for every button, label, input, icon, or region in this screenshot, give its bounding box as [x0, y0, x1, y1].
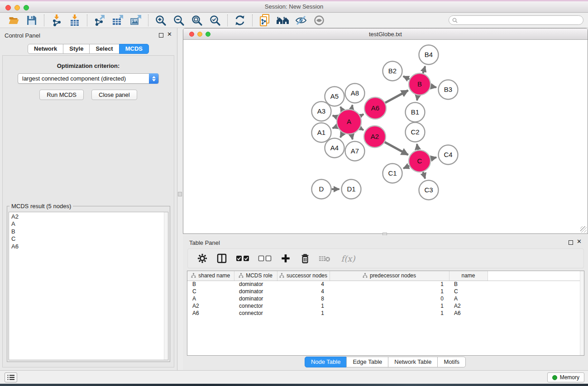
edge-A-A6[interactable]	[360, 114, 363, 116]
node-A[interactable]: A	[337, 110, 361, 134]
maximize-window-icon[interactable]	[24, 5, 29, 10]
export-table-button[interactable]	[109, 14, 127, 27]
table-row[interactable]: A6connector11A6	[187, 310, 584, 317]
edge-A2-C[interactable]	[385, 142, 408, 155]
export-network-button[interactable]	[91, 14, 109, 27]
delete-column-button[interactable]	[298, 252, 312, 265]
close-panel-icon[interactable]: ✕	[577, 238, 582, 245]
node-C4[interactable]: C4	[439, 145, 458, 165]
cell-predecessor-nodes[interactable]: 1	[330, 281, 449, 288]
cell-mcds-role[interactable]: connector	[234, 310, 277, 317]
column-header-shared-name[interactable]: shared name	[187, 271, 234, 281]
zoom-in-button[interactable]	[152, 14, 170, 27]
cell-successor-nodes[interactable]: 1	[277, 302, 330, 310]
export-image-button[interactable]	[127, 14, 145, 27]
new-network-from-selection-button[interactable]	[256, 14, 274, 27]
network-graph[interactable]: B4B2BB3A8A5A6A3B1AC2A1A2A4A7C4CC1C3DD1	[183, 40, 588, 234]
cell-shared-name[interactable]: A	[187, 295, 234, 302]
column-header-mcds-role[interactable]: MCDS role	[234, 271, 277, 281]
edge-A-A7[interactable]	[352, 134, 353, 140]
cell-mcds-role[interactable]: connector	[234, 302, 277, 310]
zoom-fit-button[interactable]	[188, 14, 206, 27]
open-session-button[interactable]	[5, 14, 23, 27]
node-A4[interactable]: A4	[325, 138, 344, 158]
result-item-a6[interactable]: A6	[11, 243, 168, 250]
cell-successor-nodes[interactable]: 8	[277, 295, 330, 302]
minimize-view-icon[interactable]	[197, 32, 202, 37]
edge-C-C3[interactable]	[423, 172, 425, 179]
edge-B-B4[interactable]	[423, 66, 425, 73]
column-header-successor-nodes[interactable]: successor nodes	[277, 271, 330, 281]
result-item-a2[interactable]: A2	[11, 213, 168, 220]
node-A6[interactable]: A6	[364, 97, 386, 119]
node-B3[interactable]: B3	[439, 80, 458, 100]
tab-mcds[interactable]: MCDS	[119, 44, 149, 54]
mcds-result-list[interactable]: A2ABCA6	[9, 212, 168, 360]
minimize-window-icon[interactable]	[14, 5, 20, 10]
node-B2[interactable]: B2	[383, 62, 402, 81]
save-session-button[interactable]	[23, 14, 41, 27]
cell-name[interactable]: A6	[449, 310, 488, 317]
edge-B-B2[interactable]	[403, 76, 410, 80]
node-B4[interactable]: B4	[419, 45, 439, 65]
edge-B-B3[interactable]	[431, 86, 436, 87]
network-window-titlebar[interactable]: testGlobe.txt	[183, 29, 588, 40]
hide-selected-button[interactable]	[292, 14, 310, 27]
search-field[interactable]	[449, 15, 583, 25]
edge-A-A4[interactable]	[340, 133, 343, 138]
scrollbar-track[interactable]	[164, 212, 168, 360]
table-row[interactable]: A2connector11A2	[187, 302, 584, 310]
memory-button[interactable]: Memory	[547, 372, 584, 382]
edge-A-A8[interactable]	[352, 105, 353, 110]
task-history-button[interactable]	[5, 372, 17, 382]
cell-shared-name[interactable]: C	[187, 288, 234, 295]
edge-C-C1[interactable]	[403, 166, 409, 168]
result-item-a[interactable]: A	[11, 220, 168, 228]
node-D[interactable]: D	[312, 180, 331, 199]
column-header-name[interactable]: name	[449, 271, 488, 281]
tab-style[interactable]: Style	[63, 44, 90, 54]
node-A2[interactable]: A2	[364, 126, 386, 148]
show-hidden-button[interactable]	[310, 14, 328, 27]
network-canvas[interactable]: B4B2BB3A8A5A6A3B1AC2A1A2A4A7C4CC1C3DD1	[183, 40, 588, 234]
edge-A-A3[interactable]	[333, 115, 337, 117]
tab-network[interactable]: Network	[28, 44, 63, 54]
node-C1[interactable]: C1	[383, 164, 402, 183]
cell-shared-name[interactable]: A2	[187, 302, 234, 310]
edge-A-A1[interactable]	[333, 126, 337, 128]
cell-predecessor-nodes[interactable]: 0	[330, 295, 449, 302]
deselect-all-button[interactable]	[257, 252, 273, 265]
node-A7[interactable]: A7	[345, 142, 365, 161]
edge-C-C4[interactable]	[430, 157, 436, 159]
node-B[interactable]: B	[409, 73, 430, 95]
close-panel-icon[interactable]: ✕	[167, 31, 172, 38]
column-visibility-button[interactable]	[215, 252, 229, 265]
float-panel-icon[interactable]	[569, 240, 573, 245]
run-mcds-button[interactable]: Run MCDS	[39, 90, 84, 100]
cell-mcds-role[interactable]: dominator	[234, 295, 277, 302]
scrollbar-track[interactable]	[580, 271, 584, 355]
tab-edge-table[interactable]: Edge Table	[346, 357, 388, 367]
zoom-out-button[interactable]	[170, 14, 188, 27]
table-options-button[interactable]	[196, 252, 209, 265]
cell-name[interactable]: B	[449, 281, 488, 288]
create-column-button[interactable]	[279, 252, 292, 265]
cell-name[interactable]: A2	[449, 302, 488, 310]
cell-predecessor-nodes[interactable]: 1	[330, 302, 449, 310]
cell-mcds-role[interactable]: dominator	[234, 288, 277, 295]
node-A8[interactable]: A8	[345, 84, 365, 103]
import-table-button[interactable]	[66, 14, 84, 27]
table-row[interactable]: Adominator80A	[187, 295, 584, 302]
float-panel-icon[interactable]	[159, 33, 163, 38]
cell-mcds-role[interactable]: dominator	[234, 281, 277, 288]
cell-name[interactable]: C	[449, 288, 488, 295]
cell-shared-name[interactable]: A6	[187, 310, 234, 317]
criterion-dropdown[interactable]: largest connected component (directed)	[18, 73, 159, 84]
zoom-selected-button[interactable]	[206, 14, 224, 27]
node-B1[interactable]: B1	[406, 103, 425, 122]
edge-A6-B[interactable]	[385, 91, 408, 103]
maximize-view-icon[interactable]	[206, 32, 210, 37]
close-view-icon[interactable]	[189, 32, 194, 37]
node-A3[interactable]: A3	[312, 102, 331, 121]
node-A5[interactable]: A5	[325, 87, 344, 106]
